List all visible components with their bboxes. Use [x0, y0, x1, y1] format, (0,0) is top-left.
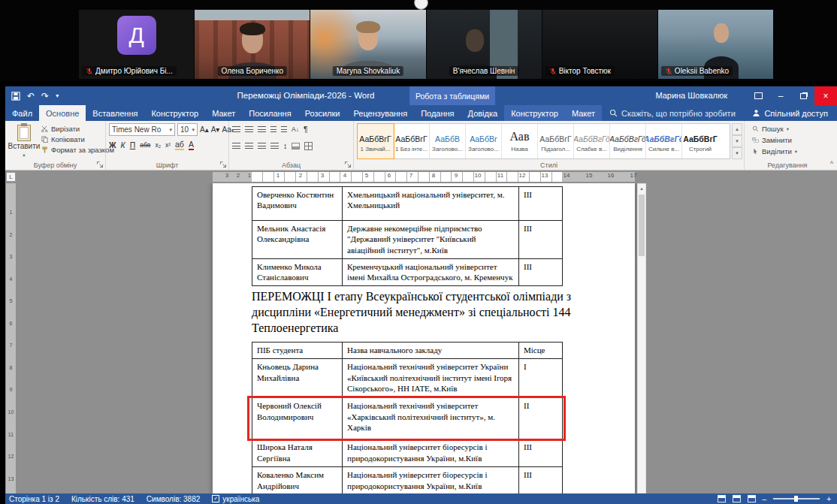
- school-cell[interactable]: Кременчуцький національний університет і…: [343, 258, 519, 286]
- scroll-up-arrow[interactable]: ▲: [638, 184, 645, 193]
- bold-button[interactable]: Ж: [109, 140, 116, 149]
- share-button[interactable]: Спільний доступ: [743, 105, 837, 121]
- tab-stop-selector[interactable]: L: [6, 172, 16, 182]
- meeting-strip-handle[interactable]: [414, 0, 428, 10]
- styles-scroll-down-button[interactable]: ▼: [732, 135, 742, 147]
- style-intense-emphasis[interactable]: АаБбВгГдСильне в...: [646, 124, 682, 158]
- style-subtle-emphasis[interactable]: АаБбВгГдСлабке в...: [574, 124, 610, 158]
- header-cell[interactable]: ПІБ студента: [252, 343, 343, 359]
- language-indicator[interactable]: ✓ українська: [212, 495, 259, 503]
- grow-font-button[interactable]: А▴: [200, 125, 209, 134]
- tab-layout[interactable]: Макет: [205, 105, 242, 121]
- student-name-cell[interactable]: Коваленко Максим Андрійович: [252, 467, 343, 493]
- tab-table-layout[interactable]: Макет: [565, 105, 602, 121]
- undo-icon[interactable]: ↶: [27, 92, 35, 101]
- header-cell[interactable]: Місце: [519, 343, 563, 359]
- multilevel-list-icon[interactable]: [258, 126, 266, 133]
- word-count[interactable]: Кількість слів: 431: [71, 495, 134, 503]
- format-painter-button[interactable]: Формат за зразком: [41, 146, 114, 154]
- student-name-cell[interactable]: Клименко Микола Станіславович: [252, 258, 343, 286]
- print-layout-view-button[interactable]: [733, 495, 741, 502]
- shrink-font-button[interactable]: А▾: [211, 125, 220, 134]
- participant-tile-viacheslav[interactable]: В'ячеслав Шевнін: [427, 10, 542, 79]
- tab-design[interactable]: Конструктор: [144, 105, 205, 121]
- school-cell[interactable]: Державне некомерційне підприємство "Держ…: [343, 221, 519, 259]
- vertical-ruler[interactable]: 1 2 3 4 5 6 7 8 9 10 11 12 13: [6, 183, 16, 493]
- strikethrough-button[interactable]: абв: [140, 141, 150, 149]
- place-cell[interactable]: ІІІ: [519, 258, 563, 286]
- signed-in-user[interactable]: Марина Шовкалюк: [655, 91, 727, 100]
- replace-button[interactable]: Замінити: [752, 136, 797, 144]
- customize-qat-icon[interactable]: ▾: [56, 93, 59, 99]
- style-heading-2[interactable]: АаБбВгЗаголово...: [466, 124, 502, 158]
- collapse-ribbon-icon[interactable]: ^: [830, 160, 833, 167]
- save-icon[interactable]: [11, 92, 20, 101]
- align-left-icon[interactable]: [232, 143, 240, 149]
- pilcrow-button[interactable]: ¶: [304, 125, 308, 134]
- school-cell[interactable]: Національний університет біоресурсів і п…: [343, 467, 519, 493]
- justify-icon[interactable]: [270, 143, 279, 149]
- numbered-list-icon[interactable]: [245, 126, 253, 133]
- school-cell[interactable]: Національний технічний університет Украї…: [343, 359, 519, 398]
- italic-button[interactable]: К: [121, 140, 125, 149]
- paragraph-dialog-launcher-icon[interactable]: [344, 161, 352, 168]
- participant-tile-viktor[interactable]: Віктор Товстюк: [542, 10, 657, 79]
- text-highlight-button[interactable]: аб: [175, 140, 184, 150]
- paste-button[interactable]: Вставити ▾: [8, 123, 41, 161]
- participant-tile-maryna[interactable]: Maryna Shovkaliuk: [310, 10, 425, 79]
- web-layout-view-button[interactable]: [748, 495, 756, 502]
- scrollbar-thumb[interactable]: [639, 195, 645, 256]
- clipboard-dialog-launcher-icon[interactable]: [96, 161, 104, 168]
- style-normal[interactable]: АаБбВгГ1 Звичай...: [358, 124, 394, 158]
- zoom-in-button[interactable]: +: [826, 495, 831, 503]
- style-subtitle[interactable]: АаБбВгГПідзагол...: [538, 124, 574, 158]
- page-count[interactable]: Сторінка 1 із 2: [9, 495, 59, 503]
- tab-file[interactable]: Файл: [5, 105, 39, 121]
- style-strong[interactable]: АаБбВгГСтрогий: [682, 124, 718, 158]
- vertical-scrollbar[interactable]: ▲: [637, 183, 646, 493]
- find-button[interactable]: Пошук ▾: [752, 125, 797, 133]
- tab-help[interactable]: Довідка: [461, 105, 505, 121]
- document-heading[interactable]: ПЕРЕМОЖЦІ І етапу Всеукраїнської студент…: [252, 288, 621, 336]
- sort-button[interactable]: А↓: [292, 125, 299, 133]
- zoom-slider-thumb[interactable]: [794, 496, 798, 502]
- select-button[interactable]: Виділити ▾: [752, 147, 797, 155]
- minimize-button[interactable]: –: [769, 86, 792, 105]
- participant-tile-oleksii[interactable]: Oleksii Babenko: [658, 10, 773, 79]
- document-page[interactable]: Оверченко Костянтин Вадимович Хмельницьк…: [213, 183, 635, 493]
- subscript-button[interactable]: х₂: [155, 141, 161, 149]
- horizontal-ruler[interactable]: L 3 2 1 1 2 3 4 5 6 7 8 9 10 11 12 13 14…: [5, 171, 837, 183]
- style-no-spacing[interactable]: АаБбВгГ1 Без інте...: [394, 124, 430, 158]
- tab-view[interactable]: Подання: [414, 105, 461, 121]
- font-color-button[interactable]: А: [189, 140, 194, 150]
- style-emphasis[interactable]: АаБбВгГдВиділення: [610, 124, 646, 158]
- place-cell[interactable]: ІІІ: [519, 221, 563, 259]
- student-name-cell[interactable]: Широка Наталя Сергіївна: [252, 439, 343, 467]
- font-name-combobox[interactable]: Times New Ro▾: [109, 123, 175, 136]
- place-cell[interactable]: ІІІ: [519, 467, 563, 493]
- zoom-slider[interactable]: [773, 498, 820, 499]
- redo-icon[interactable]: ↷: [41, 92, 49, 101]
- close-button[interactable]: ×: [814, 86, 837, 105]
- copy-button[interactable]: Копіювати: [41, 135, 114, 143]
- font-dialog-launcher-icon[interactable]: [219, 161, 227, 168]
- ribbon-display-options-button[interactable]: [747, 86, 769, 105]
- style-title[interactable]: АавНазва: [502, 124, 538, 158]
- decrease-indent-icon[interactable]: [270, 126, 276, 133]
- tab-references[interactable]: Посилання: [242, 105, 298, 121]
- styles-more-button[interactable]: ▼: [732, 147, 742, 159]
- align-center-icon[interactable]: [245, 143, 253, 149]
- school-cell[interactable]: Хмельницький національний університет, м…: [343, 187, 519, 221]
- student-name-cell[interactable]: Мельник Анастасія Олександрівна: [252, 221, 343, 259]
- increase-indent-icon[interactable]: [281, 126, 287, 133]
- bullet-list-icon[interactable]: [232, 126, 240, 133]
- student-name-cell[interactable]: Оверченко Костянтин Вадимович: [252, 187, 343, 221]
- tell-me-search[interactable]: Скажіть, що потрібно зробити: [602, 105, 743, 121]
- tab-insert[interactable]: Вставлення: [86, 105, 144, 121]
- place-cell[interactable]: І: [519, 359, 563, 398]
- participant-tile-dmytro[interactable]: Д Дмитро Юрійович Бі...: [79, 10, 194, 79]
- underline-button[interactable]: П: [130, 140, 136, 149]
- zoom-out-button[interactable]: –: [763, 495, 767, 503]
- line-spacing-button[interactable]: ↕: [283, 141, 287, 150]
- shading-icon[interactable]: [292, 143, 300, 149]
